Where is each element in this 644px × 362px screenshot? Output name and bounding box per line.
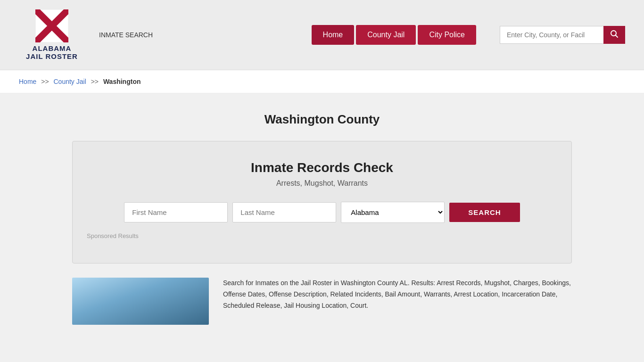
header-search-bar — [500, 26, 625, 44]
header-search-input[interactable] — [500, 26, 603, 44]
nav-home-button[interactable]: Home — [312, 25, 355, 45]
nav-buttons: Home County Jail City Police — [312, 25, 476, 45]
main-content: Washington County Inmate Records Check A… — [63, 93, 581, 334]
bottom-description: Search for Inmates on the Jail Roster in… — [223, 278, 572, 325]
breadcrumb-home-link[interactable]: Home — [19, 78, 36, 85]
records-check-box: Inmate Records Check Arrests, Mugshot, W… — [72, 141, 572, 263]
breadcrumb: Home >> County Jail >> Washington — [0, 70, 644, 93]
search-icon — [610, 30, 619, 38]
breadcrumb-sep1: >> — [41, 78, 49, 85]
breadcrumb-current: Washington — [103, 78, 141, 85]
records-form: Alabama Alaska Arizona Arkansas Californ… — [87, 202, 557, 223]
logo-area: ALABAMA JAIL ROSTER — [19, 9, 85, 60]
bottom-section: Search for Inmates on the Jail Roster in… — [72, 278, 572, 325]
logo-text-jail: JAIL ROSTER — [26, 52, 78, 60]
inmate-search-link[interactable]: INMATE SEARCH — [99, 31, 153, 39]
logo-text-alabama: ALABAMA — [33, 44, 72, 52]
nav-city-police-button[interactable]: City Police — [418, 25, 476, 45]
bottom-image-inner — [72, 278, 209, 325]
nav-county-jail-button[interactable]: County Jail — [356, 25, 416, 45]
header-search-button[interactable] — [603, 26, 625, 44]
alabama-flag-icon — [35, 9, 68, 42]
records-search-button[interactable]: SEARCH — [449, 203, 520, 222]
bottom-image — [72, 278, 209, 325]
state-select[interactable]: Alabama Alaska Arizona Arkansas Californ… — [341, 202, 445, 223]
breadcrumb-sep2: >> — [91, 78, 99, 85]
last-name-input[interactable] — [232, 202, 336, 222]
records-subtitle: Arrests, Mugshot, Warrants — [87, 179, 557, 188]
svg-line-4 — [616, 35, 618, 38]
breadcrumb-county-jail-link[interactable]: County Jail — [54, 78, 86, 85]
records-title: Inmate Records Check — [87, 160, 557, 175]
header: ALABAMA JAIL ROSTER INMATE SEARCH Home C… — [0, 0, 644, 70]
page-title: Washington County — [72, 112, 572, 127]
first-name-input[interactable] — [124, 202, 228, 222]
sponsored-label: Sponsored Results — [87, 232, 557, 239]
